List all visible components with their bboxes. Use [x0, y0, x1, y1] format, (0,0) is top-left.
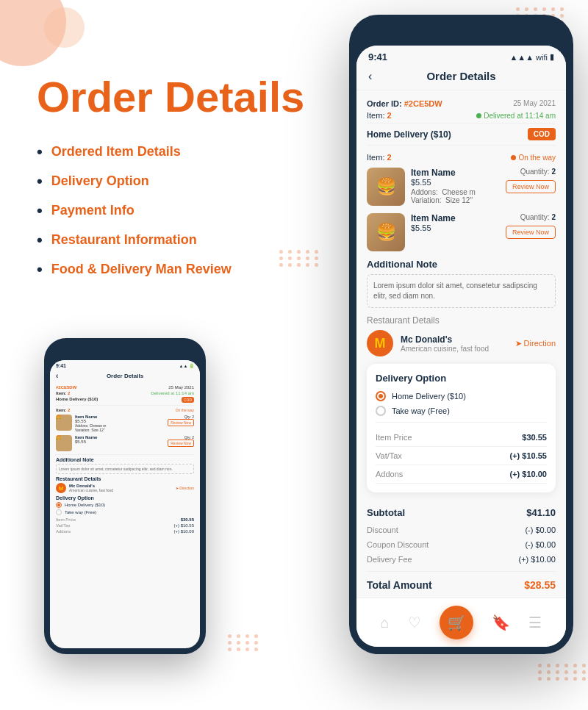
- bp-radio-2[interactable]: [376, 406, 386, 416]
- sp-addons-label: Addons: [56, 529, 71, 534]
- bp-food-price-2: $5.55: [411, 223, 500, 232]
- bp-delivery-card-title: Delivery Option: [376, 373, 547, 384]
- bp-nav-heart-icon[interactable]: ♡: [408, 614, 421, 631]
- bp-rest-type: American cuisine, fast food: [401, 345, 508, 353]
- feature-item-2: Delivery Option: [37, 172, 316, 191]
- bp-delivery-fee-label: Delivery Fee: [367, 555, 412, 564]
- bp-delivery-method-text: Home Delivery ($10): [367, 129, 451, 140]
- sp-delivery-method: Home Delivery ($10): [56, 397, 98, 403]
- bp-vat-label: Vat/Tax: [376, 451, 402, 460]
- bp-nav-home-icon[interactable]: ⌂: [381, 614, 390, 631]
- sp-item-price-2: $5.55: [75, 440, 165, 444]
- bp-radio-option-1[interactable]: Home Delivery ($10): [376, 391, 547, 401]
- bp-option-1-label: Home Delivery ($10): [392, 392, 466, 401]
- bp-item-label-1: Item: 2: [367, 111, 392, 120]
- sp-status-time: 9:41: [56, 363, 66, 368]
- deco-dots-bottom-left: [228, 634, 260, 651]
- direction-arrow-icon: ➤: [515, 339, 522, 348]
- bp-delivery-badge-row: Home Delivery ($10) COD: [367, 123, 556, 146]
- sp-addons-val: (+) $10.00: [173, 529, 194, 534]
- bp-restaurant-section: Restaurant Details M Mc Donald's America…: [367, 315, 556, 356]
- bp-time: 9:41: [368, 51, 387, 62]
- sp-item-price-val: $30.55: [181, 517, 194, 522]
- bp-onway-text: On the way: [518, 154, 556, 162]
- bp-food-addons-1: Addons: Cheese m: [411, 188, 500, 196]
- bp-addons-value: (+) $10.00: [510, 470, 547, 478]
- bp-total-row: Total Amount $28.55: [367, 571, 556, 594]
- bp-qty-label-2: Quantity: 2: [506, 213, 556, 221]
- small-phone-screen: 9:41 ▲▲ 🔋 ‹ Order Details #2CE5DW 25 May…: [50, 360, 200, 648]
- bp-discount-value: (-) $0.00: [525, 526, 556, 534]
- bp-cart-icon: 🛒: [448, 614, 466, 631]
- sp-option-2-label: Take way (Free): [65, 510, 96, 514]
- bp-onway-line: Item: 2 On the way: [367, 153, 556, 162]
- bp-item-delivered-line: Item: 2 Delivered at 11:14 am: [367, 111, 556, 120]
- signal-icon: ▲▲▲: [509, 53, 534, 62]
- sp-review-btn-1[interactable]: Review Now: [168, 419, 194, 426]
- bp-coupon-row: Coupon Discount (-) $0.00: [367, 537, 556, 552]
- bp-discount-row: Discount (-) $0.00: [367, 523, 556, 537]
- sp-note-text: Lorem ipsum dolor sit amet, consetetur s…: [56, 464, 194, 474]
- sp-direction-label[interactable]: ➤ Direction: [176, 486, 194, 490]
- bp-food-name-2: Item Name: [411, 213, 500, 223]
- bp-option-2-label: Take way (Free): [392, 406, 450, 415]
- bp-subtotal-label: Subtotal: [367, 507, 405, 518]
- bp-screen-title: Order Details: [426, 70, 495, 82]
- bp-status-icons: ▲▲▲ wifi ▮: [509, 52, 554, 62]
- sp-item-variation-1: Variation: Size 12": [75, 428, 165, 432]
- bp-rest-row: M Mc Donald's American cuisine, fast foo…: [367, 330, 556, 356]
- small-phone-mockup: 9:41 ▲▲ 🔋 ‹ Order Details #2CE5DW 25 May…: [44, 338, 206, 654]
- bp-direction-label: Direction: [524, 339, 556, 348]
- sp-additional-note-title: Additional Note: [56, 457, 194, 462]
- sp-radio-2[interactable]: [56, 509, 62, 515]
- bp-back-button[interactable]: ‹: [368, 70, 372, 83]
- bp-discount-label: Discount: [367, 526, 398, 534]
- bp-nav-menu-icon[interactable]: ☰: [528, 614, 542, 631]
- bp-food-price-1: $5.55: [411, 178, 500, 187]
- bp-radio-1[interactable]: [376, 391, 386, 401]
- bp-onway-status: On the way: [511, 154, 556, 162]
- bp-review-btn-1[interactable]: Review Now: [506, 180, 556, 193]
- bp-coupon-value: (-) $0.00: [525, 540, 556, 549]
- big-phone-mockup: 9:41 ▲▲▲ wifi ▮ ‹ Order Details Order ID…: [349, 15, 573, 654]
- deco-circle-2: [44, 7, 85, 48]
- sp-back-icon: ‹: [56, 372, 58, 380]
- bp-food-item-1: 🍔 Item Name $5.55 Addons: Cheese m Varia…: [367, 168, 556, 206]
- bp-review-btn-2[interactable]: Review Now: [506, 226, 556, 239]
- bp-header: ‹ Order Details: [356, 65, 566, 90]
- sp-delivery-option-title: Delivery Option: [56, 495, 194, 501]
- feature-list: Ordered Item Details Delivery Option Pay…: [37, 143, 316, 279]
- bp-mc-logo: M: [367, 330, 393, 356]
- sp-item-price-label: Item Price: [56, 517, 76, 522]
- feature-item-4: Restaurant Information: [37, 231, 316, 250]
- bp-item-label-2: Item: 2: [367, 153, 392, 162]
- small-phone-notch: [103, 347, 147, 356]
- bp-green-dot: [476, 113, 481, 118]
- bp-content-scroll[interactable]: Order ID: #2CE5DW 25 May 2021 Item: 2 De…: [356, 90, 566, 598]
- sp-food-img-2: 🍔: [56, 435, 72, 451]
- bp-food-item-2: 🍔 Item Name $5.55 Quantity: 2 Review Now: [367, 213, 556, 251]
- bp-coupon-label: Coupon Discount: [367, 540, 429, 549]
- bp-subtotal-row: Subtotal $41.10: [367, 500, 556, 523]
- bp-food-right-2: Quantity: 2 Review Now: [506, 213, 556, 239]
- bp-cart-button[interactable]: 🛒: [440, 606, 473, 639]
- bp-food-name-1: Item Name: [411, 168, 500, 178]
- bp-orange-dot: [511, 155, 516, 160]
- bp-cod-badge: COD: [528, 128, 556, 140]
- bp-order-meta: Order ID: #2CE5DW 25 May 2021: [367, 99, 556, 108]
- bp-radio-option-2[interactable]: Take way (Free): [376, 406, 547, 416]
- sp-mc-logo: M: [56, 483, 66, 493]
- sp-delivered-status: Delivered at 11:14 am: [151, 391, 194, 395]
- battery-icon: ▮: [550, 52, 554, 62]
- left-panel: Order Details Ordered Item Details Deliv…: [37, 73, 316, 290]
- bp-food-right-1: Quantity: 2 Review Now: [506, 168, 556, 193]
- bp-restaurant-section-label: Restaurant Details: [367, 315, 556, 326]
- bp-nav-bookmark-icon[interactable]: 🔖: [492, 614, 510, 631]
- sp-vat-val: (+) $10.55: [173, 523, 194, 528]
- sp-restaurant-label: Restaurant Details: [56, 476, 194, 481]
- bp-rest-info: Mc Donald's American cuisine, fast food: [401, 334, 508, 353]
- bp-direction-button[interactable]: ➤ Direction: [515, 339, 556, 348]
- sp-radio-1[interactable]: [56, 502, 62, 508]
- bp-vat-row: Vat/Tax (+) $10.55: [376, 447, 547, 465]
- sp-review-btn-2[interactable]: Review Now: [168, 440, 194, 447]
